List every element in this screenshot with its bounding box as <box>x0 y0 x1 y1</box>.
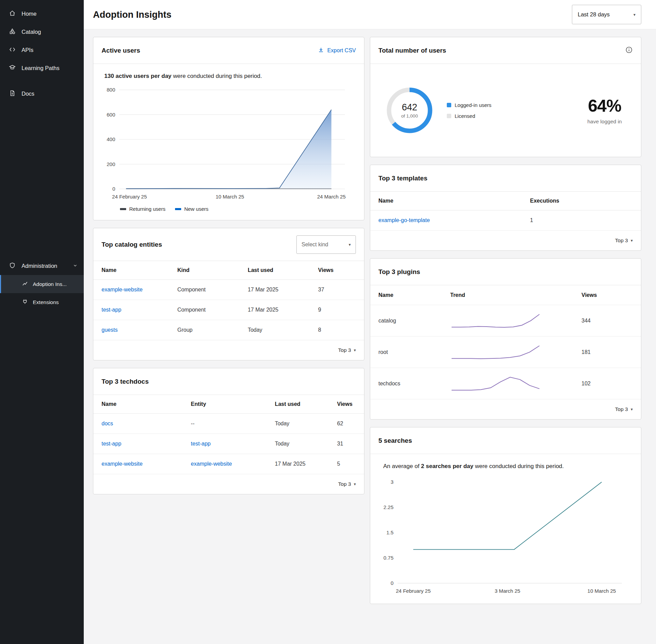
sidebar-item-learning-paths[interactable]: Learning Paths <box>0 59 84 77</box>
chart-legend: Returning users New users <box>120 206 356 212</box>
date-range-select[interactable]: Last 28 days ▾ <box>572 5 641 24</box>
column-header: Name <box>93 261 169 280</box>
sidebar-item-label: Learning Paths <box>22 65 59 71</box>
plugin-trend-sparkline <box>450 313 581 329</box>
percent-block: 64% have logged in <box>587 96 622 125</box>
searches-card: 5 searches An average of 2 searches per … <box>370 427 641 604</box>
top-techdocs-card: Top 3 techdocs Name Entity Last used Vie… <box>93 368 364 494</box>
learning-paths-icon <box>9 64 16 72</box>
home-icon <box>9 10 16 18</box>
column-header: Name <box>378 292 450 298</box>
cell-last-used: Today <box>240 320 310 340</box>
download-icon <box>318 47 324 54</box>
kind-filter-select[interactable]: Select kind ▾ <box>296 235 356 254</box>
table-header-row: Name Executions <box>370 192 641 210</box>
total-users-card: Total number of users 642 of 1,000 Logge… <box>370 37 641 157</box>
table-header-row: Name Kind Last used Views <box>93 261 364 280</box>
info-icon[interactable] <box>625 46 633 55</box>
dashboard-content: Active users Export CSV 130 active users… <box>93 37 641 604</box>
sidebar-item-label: APIs <box>22 47 34 53</box>
techdoc-link[interactable]: example-website <box>102 461 143 467</box>
table-row: guests Group Today 8 <box>93 320 364 340</box>
cell-last-used: Today <box>267 414 329 434</box>
plugin-name: catalog <box>378 318 450 324</box>
apis-icon <box>9 46 16 54</box>
top-catalog-entities-card: Top catalog entities Select kind ▾ Name … <box>93 228 364 360</box>
chevron-down-icon <box>73 263 78 269</box>
svg-text:200: 200 <box>107 161 115 167</box>
svg-text:3: 3 <box>391 479 393 485</box>
donut-legend: Logged-in users Licensed <box>447 102 492 119</box>
export-csv-button[interactable]: Export CSV <box>318 47 356 54</box>
techdoc-link[interactable]: docs <box>102 421 113 426</box>
row-count-select[interactable]: Top 3 ▾ <box>338 481 356 487</box>
cell-views: 31 <box>329 434 364 454</box>
row-count-select[interactable]: Top 3 ▾ <box>338 347 356 353</box>
column-header: Last used <box>240 261 310 280</box>
entity-link[interactable]: example-website <box>191 461 232 467</box>
table-row: techdocs 102 <box>370 368 641 399</box>
entity-link[interactable]: test-app <box>191 441 211 447</box>
card-footer: Top 3 ▾ <box>93 474 364 494</box>
logged-in-swatch <box>447 103 451 107</box>
sidebar-item-label: Docs <box>22 91 35 97</box>
cell-executions: 1 <box>522 210 641 231</box>
sidebar-item-extensions[interactable]: Extensions <box>0 293 84 311</box>
active-users-summary: 130 active users per day were conducted … <box>104 73 356 80</box>
entity-link[interactable]: guests <box>102 327 118 333</box>
right-column: Total number of users 642 of 1,000 Logge… <box>370 37 641 604</box>
top-bar: Adoption Insights Last 28 days ▾ <box>84 0 656 29</box>
donut-value: 642 <box>402 102 417 113</box>
table-row: example-go-template 1 <box>370 210 641 231</box>
cell-kind: Component <box>169 280 240 300</box>
column-header: Last used <box>267 395 329 414</box>
template-link[interactable]: example-go-template <box>378 217 430 223</box>
sidebar-item-adoption-insights[interactable]: Adoption Ins... <box>0 275 84 293</box>
sidebar-item-label: Extensions <box>33 299 59 305</box>
sidebar-item-apis[interactable]: APIs <box>0 41 84 59</box>
entity-link[interactable]: test-app <box>102 307 121 313</box>
cell-kind: Group <box>169 320 240 340</box>
cell-last-used: 17 Mar 2025 <box>267 454 329 474</box>
column-header: Views <box>310 261 364 280</box>
line-chart-icon <box>22 280 28 288</box>
active-users-card: Active users Export CSV 130 active users… <box>93 37 364 220</box>
catalog-entities-table: Name Kind Last used Views example-websit… <box>93 261 364 340</box>
card-title: 5 searches <box>378 437 412 444</box>
date-range-value: Last 28 days <box>578 11 610 18</box>
sidebar-item-catalog[interactable]: Catalog <box>0 23 84 41</box>
entity-link[interactable]: example-website <box>102 287 143 292</box>
card-title: Total number of users <box>378 47 446 54</box>
sidebar-item-administration[interactable]: Administration <box>0 257 84 275</box>
techdoc-link[interactable]: test-app <box>102 441 121 447</box>
chevron-down-icon: ▾ <box>349 243 351 247</box>
cell-last-used: Today <box>267 434 329 454</box>
cell-views: 62 <box>329 414 364 434</box>
legend-returning-users: Returning users <box>120 206 165 212</box>
table-row: test-app Component 17 Mar 2025 9 <box>93 300 364 320</box>
top-templates-card: Top 3 templates Name Executions example-… <box>370 165 641 251</box>
table-row: example-website Component 17 Mar 2025 37 <box>93 280 364 300</box>
card-footer: Top 3 ▾ <box>370 399 641 419</box>
docs-icon <box>9 90 16 98</box>
chevron-down-icon: ▾ <box>631 407 633 411</box>
table-row: example-website example-website 17 Mar 2… <box>93 454 364 474</box>
plugin-views: 181 <box>581 349 633 355</box>
row-count-select[interactable]: Top 3 ▾ <box>615 406 633 412</box>
column-header: Views <box>581 292 633 298</box>
cell-last-used: 17 Mar 2025 <box>240 300 310 320</box>
plugin-trend-sparkline <box>450 376 581 392</box>
column-header: Executions <box>522 192 641 210</box>
new-users-swatch <box>175 208 181 210</box>
shield-icon <box>9 262 16 270</box>
row-count-select[interactable]: Top 3 ▾ <box>615 237 633 244</box>
total-users-body: 642 of 1,000 Logged-in users Licensed <box>370 64 641 157</box>
table-header-row: Name Entity Last used Views <box>93 395 364 414</box>
sidebar-item-home[interactable]: Home <box>0 5 84 23</box>
cell-entity: -- <box>183 414 267 434</box>
card-title: Top catalog entities <box>102 241 162 248</box>
table-row: docs -- Today 62 <box>93 414 364 434</box>
export-csv-label: Export CSV <box>327 47 356 54</box>
sidebar-item-docs[interactable]: Docs <box>0 85 84 103</box>
card-footer: Top 3 ▾ <box>93 340 364 360</box>
